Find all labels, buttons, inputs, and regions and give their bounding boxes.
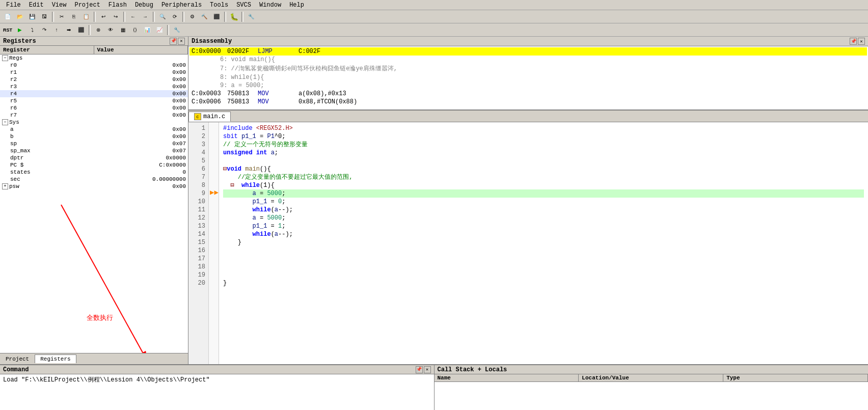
menu-window[interactable]: Window <box>255 1 285 10</box>
nav-fwd-button[interactable]: → <box>140 11 151 22</box>
menu-svcs[interactable]: SVCS <box>232 1 255 10</box>
disassembly-panel: Disassembly 📌 ✕ C:0x0000 02002F LJMP C:0… <box>188 37 868 111</box>
reg-r2-row[interactable]: r2 0x00 <box>0 76 188 83</box>
memory-window-button[interactable]: ▦ <box>117 24 128 36</box>
menu-flash[interactable]: Flash <box>104 1 131 10</box>
disasm-op-2: 0x88,#TCON(0x88) <box>299 98 357 105</box>
tab-registers[interactable]: Registers <box>35 354 76 363</box>
ln-16: 16 <box>192 247 205 255</box>
code-editor[interactable]: 1 2 3 4 5 6 7 8 9 10 11 12 13 14 <box>188 122 868 364</box>
perf-analyzer-button[interactable]: 📈 <box>154 24 165 36</box>
paste-button[interactable]: 📋 <box>80 11 92 22</box>
disasm-close-button[interactable]: ✕ <box>858 38 865 45</box>
callstack-title: Call Stack + Locals <box>435 365 869 374</box>
menu-edit[interactable]: Edit <box>25 1 48 10</box>
reg-r1-row[interactable]: r1 0x00 <box>0 69 188 76</box>
serial-window-button[interactable]: ⟨⟩ <box>129 24 141 36</box>
replace-button[interactable]: ⟳ <box>169 11 180 22</box>
menu-view[interactable]: View <box>48 1 71 10</box>
code-line-13: p1_1 = 1; <box>223 222 864 230</box>
cut-button[interactable]: ✂ <box>56 11 67 22</box>
reg-b-row[interactable]: b 0x00 <box>0 133 188 140</box>
line-numbers: 1 2 3 4 5 6 7 8 9 10 11 12 13 14 <box>188 122 209 364</box>
logic-analyzer-button[interactable]: 📊 <box>142 24 153 36</box>
disasm-src-4: 9: a = 5000; <box>220 82 264 89</box>
reg-r6-row[interactable]: r6 0x00 <box>0 104 188 112</box>
regs-group-header[interactable]: − Regs <box>0 54 188 62</box>
reg-r5-row[interactable]: r5 0x00 <box>0 97 188 104</box>
debug-button[interactable]: 🐛 <box>228 11 239 22</box>
menu-tools[interactable]: Tools <box>206 1 232 10</box>
sys-group-label: Sys <box>9 119 19 125</box>
psw-expand-icon[interactable]: + <box>2 183 8 189</box>
command-panel-title: Command 📌 ✕ <box>0 365 434 374</box>
reg-sec-row[interactable]: sec 0.00000000 <box>0 176 188 183</box>
tab-project[interactable]: Project <box>0 354 35 364</box>
reg-r7-row[interactable]: r7 0x00 <box>0 112 188 119</box>
run-to-cursor-button[interactable]: ➡ <box>63 24 74 36</box>
reset-button[interactable]: RST <box>2 24 13 36</box>
menu-help[interactable]: Help <box>285 1 308 10</box>
step-button[interactable]: ⤵ <box>26 24 38 36</box>
callstack-location-col: Location/Value <box>579 374 723 381</box>
save-file-button[interactable]: 💾 <box>26 11 38 22</box>
menu-debug[interactable]: Debug <box>131 1 157 10</box>
menu-file[interactable]: File <box>2 1 25 10</box>
stop-build-button[interactable]: ⬛ <box>211 11 222 22</box>
copy-button[interactable]: ⎘ <box>68 11 79 22</box>
callstack-title-label: Call Stack + Locals <box>438 366 507 373</box>
step-out-button[interactable]: ↑ <box>51 24 62 36</box>
reg-r4-row[interactable]: r4 0x00 <box>0 90 188 97</box>
registers-close-button[interactable]: ✕ <box>178 38 185 45</box>
command-close-button[interactable]: ✕ <box>424 366 431 373</box>
new-file-button[interactable]: 📄 <box>2 11 13 22</box>
open-file-button[interactable]: 📂 <box>14 11 25 22</box>
sys-group-header[interactable]: − Sys <box>0 119 188 126</box>
undo-button[interactable]: ↩ <box>98 11 109 22</box>
code-content[interactable]: #include <REGX52.H> sbit p1_1 = P1^0; //… <box>219 122 868 364</box>
menu-project[interactable]: Project <box>70 1 104 10</box>
menu-peripherals[interactable]: Peripherals <box>157 1 206 10</box>
sys-expand-icon[interactable]: − <box>2 119 8 125</box>
regs-expand-icon[interactable]: − <box>2 55 8 61</box>
reg-states-row[interactable]: states 0 <box>0 169 188 176</box>
watch-window-button[interactable]: 👁 <box>105 24 116 36</box>
reg-r2-name: r2 <box>10 76 51 83</box>
code-line-5 <box>223 157 864 165</box>
options-button[interactable]: 🔧 <box>246 11 257 22</box>
stop-debug-button[interactable]: ⬛ <box>75 24 87 36</box>
reg-dptr-row[interactable]: dptr 0x0000 <box>0 154 188 161</box>
nav-back-button[interactable]: ← <box>127 11 139 22</box>
command-pin-button[interactable]: 📌 <box>416 366 423 373</box>
find-button[interactable]: 🔍 <box>157 11 168 22</box>
run-button[interactable]: ▶ <box>14 24 25 36</box>
psw-group-header[interactable]: + psw 0x00 <box>0 183 188 190</box>
toolbox-button[interactable]: 🔧 <box>171 24 182 36</box>
breakpoints-window-button[interactable]: ⊗ <box>93 24 104 36</box>
ln-8: 8 <box>192 181 205 189</box>
reg-r3-value: 0x00 <box>162 84 186 90</box>
reg-pc-row[interactable]: PC $ C:0x0000 <box>0 161 188 169</box>
svg-line-0 <box>61 205 143 352</box>
disasm-row-0: C:0x0000 02002F LJMP C:002F <box>189 47 867 56</box>
reg-r1-name: r1 <box>10 69 51 75</box>
reg-r3-row[interactable]: r3 0x00 <box>0 83 188 90</box>
build-button[interactable]: ⚙ <box>186 11 198 22</box>
tab-main-c[interactable]: C main.c <box>188 112 231 122</box>
disasm-instr-0: LJMP <box>258 48 299 55</box>
reg-spmax-row[interactable]: sp_max 0x07 <box>0 147 188 154</box>
psw-value: 0x00 <box>162 183 186 189</box>
annotation-svg <box>0 200 188 353</box>
reg-a-row[interactable]: a 0x00 <box>0 126 188 133</box>
command-title-label: Command <box>3 366 29 373</box>
save-all-button[interactable]: 🖫 <box>39 11 50 22</box>
redo-button[interactable]: ↪ <box>110 11 121 22</box>
reg-r0-row[interactable]: r0 0x00 <box>0 62 188 69</box>
build-all-button[interactable]: 🔨 <box>199 11 210 22</box>
reg-sp-row[interactable]: sp 0x07 <box>0 140 188 147</box>
disasm-pin-button[interactable]: 📌 <box>850 38 857 45</box>
reg-dptr-value: 0x0000 <box>155 155 186 161</box>
command-input[interactable] <box>0 385 434 394</box>
step-over-button[interactable]: ↷ <box>39 24 50 36</box>
registers-pin-button[interactable]: 📌 <box>170 38 177 45</box>
